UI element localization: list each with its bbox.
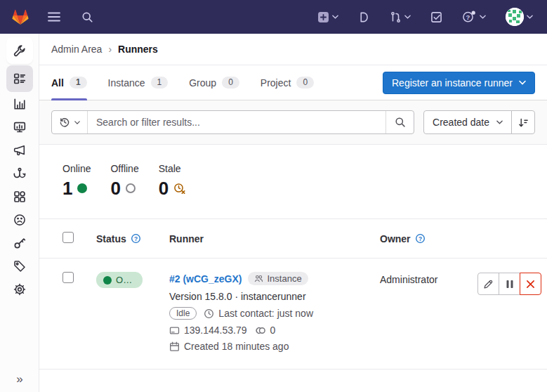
sidebar-item-admin-area[interactable]: [6, 37, 33, 64]
sidebar-item-labels[interactable]: [6, 254, 33, 277]
gear-icon: [13, 283, 26, 296]
stat-value: 0: [110, 179, 120, 197]
status-badge-label: Online: [116, 275, 136, 285]
status-badge[interactable]: Online: [96, 272, 143, 288]
tab-all[interactable]: All 1: [51, 65, 87, 100]
idle-badge: Idle: [169, 307, 197, 320]
runner-link[interactable]: #2 (wCG_zeGX): [169, 273, 242, 285]
search-icon[interactable]: [79, 8, 96, 26]
sidebar-item-analytics[interactable]: [6, 92, 33, 115]
breadcrumb-admin-area[interactable]: Admin Area: [51, 44, 102, 55]
hook-icon: [13, 167, 26, 180]
megaphone-icon: [13, 144, 26, 157]
sidebar-item-applications[interactable]: [6, 185, 33, 208]
pencil-icon: [483, 279, 494, 289]
sort-label: Created date: [433, 117, 489, 128]
pause-icon: [506, 280, 514, 289]
tab-instance[interactable]: Instance 1: [108, 65, 169, 100]
chevron-down-icon: [480, 15, 486, 19]
last-contact: Last contact: just now: [218, 308, 313, 319]
hamburger-menu-icon[interactable]: [45, 9, 63, 25]
search-input[interactable]: [88, 111, 385, 133]
stat-stale: Stale 0: [159, 163, 186, 197]
sidebar-item-overview[interactable]: [6, 65, 33, 92]
runner-column-header: Runner: [169, 233, 204, 244]
runner-ip-address: 139.144.53.79: [184, 325, 247, 336]
sad-face-icon: [13, 214, 26, 226]
runner-version: Version 15.8.0 · instancerunner: [169, 291, 380, 302]
chevron-down-icon: [527, 15, 533, 19]
issues-icon[interactable]: [355, 8, 373, 26]
sort-descending-icon: [518, 117, 529, 128]
chevron-down-icon: [74, 121, 80, 124]
svg-text:?: ?: [134, 235, 138, 242]
owner-column-header: Owner: [380, 233, 411, 244]
offline-status-icon: [126, 183, 136, 193]
status-help-icon[interactable]: ?: [131, 233, 141, 244]
gitlab-logo-icon[interactable]: [11, 8, 29, 26]
sidebar-expand-button[interactable]: »: [0, 372, 39, 386]
register-instance-runner-button[interactable]: Register an instance runner: [383, 72, 535, 94]
overview-icon: [13, 72, 26, 85]
sort-direction-button[interactable]: [511, 110, 535, 134]
select-all-checkbox[interactable]: [62, 232, 74, 243]
pause-runner-button[interactable]: [499, 273, 520, 295]
runner-summary-cell: #2 (wCG_zeGX) Instance Version 15.8.0 · …: [169, 272, 380, 352]
tab-count-badge: 0: [296, 77, 314, 89]
breadcrumb: Admin Area › Runners: [39, 34, 547, 65]
row-select-checkbox[interactable]: [62, 272, 74, 283]
server-icon: [169, 325, 180, 336]
jobs-count: 0: [270, 325, 276, 336]
wrench-icon: [13, 44, 26, 57]
runner-actions: [478, 272, 541, 295]
owner-help-icon[interactable]: ?: [415, 233, 426, 244]
runner-table-row: Online #2 (wCG_zeGX) Instance Version 15…: [39, 259, 547, 370]
runner-owner: Administrator: [380, 272, 478, 285]
runner-status-stats: Online 1 Offline 0 Stale 0: [39, 145, 547, 197]
edit-runner-button[interactable]: [477, 273, 499, 295]
help-icon[interactable]: ?: [459, 8, 489, 26]
sidebar-item-abuse-reports[interactable]: [6, 208, 33, 231]
stat-label: Stale: [159, 163, 186, 174]
sort-by-dropdown[interactable]: Created date: [423, 110, 512, 134]
notification-dot: [472, 11, 475, 15]
breadcrumb-separator: ›: [108, 44, 112, 55]
jobs-link-icon: [254, 326, 266, 335]
history-icon: [59, 117, 70, 128]
chevron-down-icon: [496, 120, 503, 124]
tab-count-badge: 1: [70, 77, 87, 89]
delete-runner-button[interactable]: [520, 273, 541, 295]
recent-searches-dropdown[interactable]: [52, 111, 88, 133]
sidebar-item-deploy-keys[interactable]: [6, 231, 33, 254]
sidebar-item-monitoring[interactable]: [6, 115, 33, 138]
new-menu-button[interactable]: [315, 8, 341, 26]
tab-group[interactable]: Group 0: [189, 65, 239, 100]
sidebar-item-messages[interactable]: [6, 138, 33, 162]
todos-icon[interactable]: [428, 8, 445, 26]
runner-type-label: Instance: [267, 273, 301, 284]
filter-bar: Created date: [39, 100, 547, 145]
users-icon: [254, 274, 263, 283]
register-button-label: Register an instance runner: [392, 77, 513, 89]
applications-icon: [13, 190, 26, 203]
stat-label: Online: [62, 163, 91, 174]
sidebar-item-system-hooks[interactable]: [6, 162, 33, 185]
sort-controls: Created date: [423, 110, 535, 134]
online-dot-icon: [103, 276, 112, 285]
key-icon: [13, 237, 26, 249]
tab-count-badge: 1: [151, 77, 169, 89]
tab-label: All: [51, 77, 64, 89]
runners-table-header: Status ? Runner Owner ?: [39, 218, 547, 259]
user-menu-button[interactable]: [503, 5, 536, 29]
tab-project[interactable]: Project 0: [261, 65, 314, 100]
chevron-down-icon: [404, 15, 411, 19]
status-column-header: Status: [96, 233, 126, 244]
sidebar-item-settings[interactable]: [6, 277, 33, 301]
stat-value: 0: [159, 179, 169, 197]
merge-requests-icon[interactable]: [387, 8, 414, 26]
search-submit-button[interactable]: [385, 111, 414, 133]
runner-tabs: All 1 Instance 1 Group 0 Project 0 Regis…: [39, 65, 547, 100]
stat-offline: Offline 0: [110, 163, 138, 197]
clock-icon: [204, 308, 214, 319]
search-icon: [395, 117, 406, 128]
